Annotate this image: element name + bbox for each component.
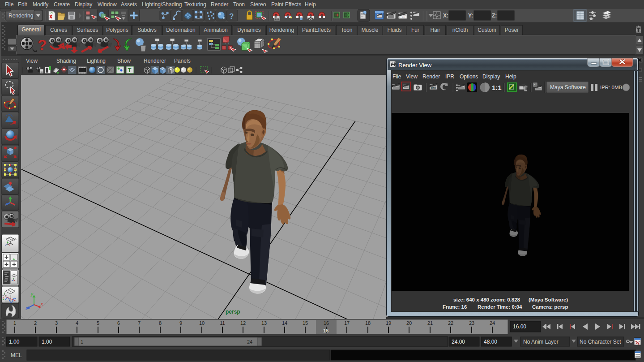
svg-text:16: 16: [323, 328, 328, 333]
svg-text:3: 3: [55, 320, 58, 326]
svg-text:23: 23: [469, 320, 474, 326]
svg-text:File: File: [392, 73, 401, 80]
svg-text:T: T: [128, 67, 132, 73]
svg-text:4: 4: [76, 320, 78, 326]
svg-text:15: 15: [303, 320, 308, 326]
svg-text:1.00: 1.00: [9, 339, 20, 345]
svg-text:24: 24: [247, 339, 252, 345]
svg-text:y: y: [30, 292, 34, 297]
svg-text:10: 10: [199, 320, 205, 326]
svg-text:Camera: persp: Camera: persp: [532, 304, 568, 310]
svg-text:6: 6: [117, 320, 120, 326]
svg-text:size: 640 x 480 zoom: 0.828: size: 640 x 480 zoom: 0.828: [453, 297, 520, 302]
svg-text:12: 12: [240, 320, 246, 326]
svg-text:1: 1: [81, 339, 83, 345]
svg-text:(Maya Software): (Maya Software): [529, 297, 568, 302]
svg-text:MEL: MEL: [11, 352, 22, 358]
svg-text:IPR: IPR: [400, 15, 406, 19]
svg-text:Z:: Z:: [492, 13, 497, 19]
svg-text:IPR: IPR: [445, 73, 454, 80]
svg-text:8: 8: [159, 320, 162, 326]
svg-text:Y:: Y:: [468, 13, 473, 19]
svg-text:Render Time: 0:04: Render Time: 0:04: [478, 304, 522, 310]
svg-text:": ": [534, 84, 535, 86]
svg-text:persp: persp: [226, 309, 240, 315]
svg-text:24.00: 24.00: [452, 339, 465, 345]
svg-text:16: 16: [324, 320, 329, 326]
svg-text:Options: Options: [460, 73, 478, 80]
svg-text:z: z: [25, 306, 28, 311]
svg-text:No Character Set: No Character Set: [580, 339, 621, 345]
svg-text:1:1: 1:1: [492, 84, 502, 91]
svg-text:Display: Display: [482, 73, 500, 80]
svg-text:17: 17: [344, 320, 350, 326]
svg-text:IPR: 0MB: IPR: 0MB: [600, 85, 623, 90]
svg-text:14: 14: [282, 320, 287, 326]
svg-text:IPR: IPR: [431, 86, 436, 89]
svg-text:Maya Software: Maya Software: [550, 84, 586, 90]
svg-text:18: 18: [365, 320, 371, 326]
svg-text:20: 20: [406, 320, 412, 326]
svg-text:11: 11: [220, 320, 225, 326]
svg-text:2: 2: [34, 320, 37, 326]
svg-text:16.00: 16.00: [513, 323, 526, 330]
svg-text:48.00: 48.00: [484, 339, 497, 345]
svg-text:24: 24: [490, 320, 495, 326]
svg-text:Render: Render: [422, 73, 440, 80]
svg-text:1.00: 1.00: [42, 339, 52, 345]
svg-text:X:: X:: [443, 13, 448, 19]
svg-text:7: 7: [138, 320, 141, 326]
svg-text:21: 21: [427, 320, 433, 326]
svg-text:13: 13: [261, 320, 267, 326]
svg-text:19: 19: [386, 320, 391, 326]
svg-text:22: 22: [448, 320, 453, 326]
svg-text:No Anim Layer: No Anim Layer: [523, 339, 559, 345]
svg-text:Frame: 16: Frame: 16: [443, 304, 467, 310]
svg-text:?: ?: [38, 36, 47, 53]
svg-text:Rendering: Rendering: [9, 13, 33, 19]
svg-text:?: ?: [229, 12, 234, 21]
svg-text:Help: Help: [505, 73, 516, 80]
svg-text:1: 1: [13, 320, 16, 326]
svg-text:Render View: Render View: [398, 62, 432, 69]
svg-text:9: 9: [179, 320, 182, 326]
svg-text:5: 5: [97, 320, 99, 326]
svg-text:View: View: [406, 73, 418, 80]
svg-text:x: x: [40, 302, 43, 306]
